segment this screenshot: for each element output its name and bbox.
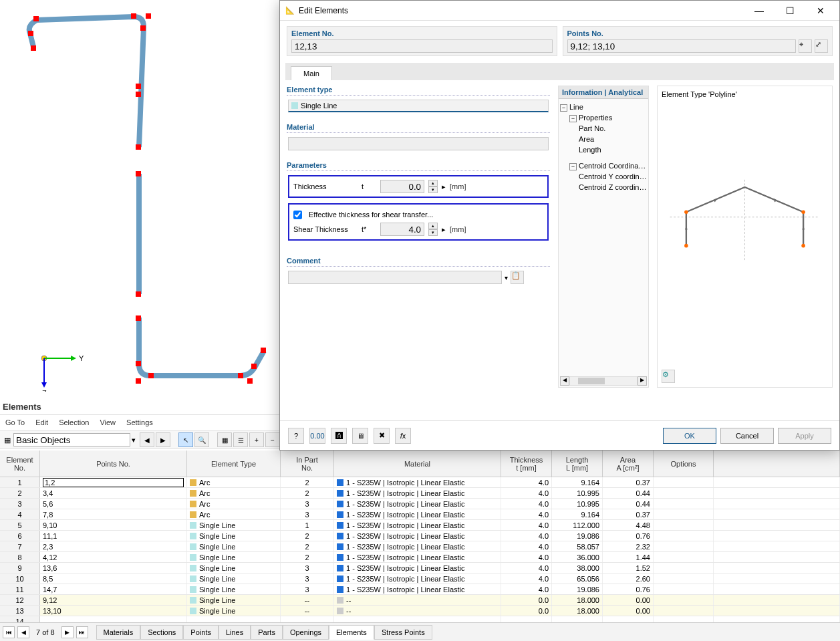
table-row[interactable]: 129,12Single Line----0.018.0000.00 <box>0 595 840 606</box>
table-view-btn[interactable]: ▦ <box>217 432 232 447</box>
ok-button[interactable]: OK <box>663 428 716 444</box>
menu-edit[interactable]: Edit <box>35 418 48 426</box>
svg-rect-9 <box>136 171 141 176</box>
units-icon[interactable]: 0.00 <box>309 428 325 444</box>
function-icon[interactable]: fx <box>395 428 411 444</box>
element-no-input[interactable] <box>291 39 553 53</box>
sheet-tab-stress-points[interactable]: Stress Points <box>374 625 432 640</box>
menu-goto[interactable]: Go To <box>5 418 25 426</box>
apply-button[interactable]: Apply <box>778 428 831 444</box>
svg-rect-6 <box>136 84 141 89</box>
table-row[interactable]: 84,12Single Line21 - S235W | Isotropic |… <box>0 552 840 563</box>
remove-row-btn[interactable]: − <box>265 432 280 447</box>
cancel-button[interactable]: Cancel <box>720 428 774 444</box>
select-mode-btn[interactable]: ↖ <box>178 432 193 447</box>
col-etype[interactable]: Element Type <box>187 451 281 477</box>
table-row[interactable]: 1313,10Single Line----0.018.0000.00 <box>0 606 840 616</box>
effective-thickness-checkbox[interactable] <box>293 211 302 219</box>
comment-input[interactable] <box>288 271 502 284</box>
minimize-button[interactable]: — <box>746 1 773 20</box>
sheet-tab-parts[interactable]: Parts <box>251 625 283 640</box>
thickness-label: Thickness <box>293 182 358 190</box>
material-input[interactable] <box>288 137 549 150</box>
table-row[interactable]: 47,8Arc31 - S235W | Isotropic | Linear E… <box>0 509 840 520</box>
last-sheet-btn[interactable]: ⏭ <box>76 626 88 638</box>
svg-rect-18 <box>261 348 266 353</box>
svg-rect-1 <box>31 45 36 51</box>
expand-points-icon[interactable]: ⤢ <box>815 39 828 53</box>
table-row[interactable]: 14 <box>0 616 840 622</box>
close-button[interactable]: ✕ <box>807 1 834 20</box>
table-row[interactable]: 1Arc21 - S235W | Isotropic | Linear Elas… <box>0 477 840 488</box>
col-options[interactable]: Options <box>654 451 714 477</box>
info-tree[interactable]: Information | Analytical −Line −Properti… <box>558 86 649 388</box>
help-icon[interactable]: ? <box>288 428 304 444</box>
next-sheet-btn[interactable]: ▶ <box>61 626 74 638</box>
table-row[interactable]: 611,1Single Line21 - S235W | Isotropic |… <box>0 531 840 541</box>
add-row-btn[interactable]: + <box>249 432 264 447</box>
col-area[interactable]: Area A [cm²] <box>603 451 654 477</box>
axis-widget: Y Z <box>37 338 84 393</box>
svg-rect-11 <box>136 315 141 321</box>
points-no-label: Points No. <box>567 29 829 37</box>
sheet-tab-elements[interactable]: Elements <box>329 625 374 640</box>
sheet-tab-materials[interactable]: Materials <box>96 625 141 640</box>
sheet-tab-lines[interactable]: Lines <box>219 625 251 640</box>
comment-library-icon[interactable]: 📋 <box>511 271 524 284</box>
thickness-input[interactable] <box>380 180 424 193</box>
menu-view[interactable]: View <box>100 418 116 426</box>
points-no-input[interactable] <box>567 39 797 53</box>
menu-selection[interactable]: Selection <box>59 418 89 426</box>
col-points[interactable]: Points No. <box>40 451 187 477</box>
svg-rect-12 <box>136 361 141 366</box>
thickness-step-btn[interactable]: ▸ <box>442 182 446 191</box>
delete-icon[interactable]: ✖ <box>374 428 390 444</box>
table-row[interactable]: 35,6Arc31 - S235W | Isotropic | Linear E… <box>0 499 840 509</box>
edit-elements-dialog: 📐 Edit Elements — ☐ ✕ Element No. Points… <box>279 0 840 451</box>
comment-label: Comment <box>287 257 550 267</box>
svg-rect-8 <box>136 144 141 150</box>
col-thickness[interactable]: Thickness t [mm] <box>501 451 552 477</box>
nav-next-btn[interactable]: ▶ <box>156 432 170 447</box>
svg-point-29 <box>684 210 688 214</box>
thickness-spinner[interactable]: ▴▾ <box>428 180 438 193</box>
display-icon[interactable]: 🖥 <box>352 428 368 444</box>
pick-points-icon[interactable]: ⌖ <box>799 39 812 53</box>
tab-main[interactable]: Main <box>291 66 332 80</box>
sheet-tab-openings[interactable]: Openings <box>283 625 329 640</box>
svg-rect-15 <box>238 373 243 378</box>
find-btn[interactable]: 🔍 <box>194 432 209 447</box>
maximize-button[interactable]: ☐ <box>777 1 803 20</box>
element-preview <box>658 86 832 348</box>
col-material[interactable]: Material <box>334 451 501 477</box>
col-inpart[interactable]: In Part No. <box>281 451 334 477</box>
object-filter-combo[interactable] <box>13 433 130 446</box>
col-element-no[interactable]: Element No. <box>0 451 40 477</box>
menu-settings[interactable]: Settings <box>126 418 153 426</box>
sheet-tab-points[interactable]: Points <box>183 625 219 640</box>
elements-grid[interactable]: Element No. Points No. Element Type In P… <box>0 451 840 622</box>
sheet-footer: ⏮ ◀ 7 of 8 ▶ ⏭ MaterialsSectionsPointsLi… <box>0 622 840 641</box>
calculator-icon[interactable]: 🅰 <box>331 428 347 444</box>
table-row[interactable]: 1114,7Single Line31 - S235W | Isotropic … <box>0 584 840 595</box>
table-row[interactable]: 108,5Single Line31 - S235W | Isotropic |… <box>0 573 840 584</box>
shear-spinner[interactable]: ▴▾ <box>428 223 438 236</box>
shear-symbol: t* <box>362 225 376 233</box>
first-sheet-btn[interactable]: ⏮ <box>3 626 15 638</box>
sheet-tab-sections[interactable]: Sections <box>140 625 183 640</box>
table-row[interactable]: 913,6Single Line31 - S235W | Isotropic |… <box>0 563 840 573</box>
table-row[interactable]: 72,3Single Line21 - S235W | Isotropic | … <box>0 541 840 552</box>
prev-sheet-btn[interactable]: ◀ <box>17 626 29 638</box>
shear-step-btn[interactable]: ▸ <box>442 225 446 234</box>
shear-thickness-input[interactable] <box>380 223 424 236</box>
svg-marker-21 <box>71 356 76 361</box>
nav-prev-btn[interactable]: ◀ <box>140 432 154 447</box>
sheet-position: 7 of 8 <box>32 628 59 636</box>
tree-hscroll[interactable]: ◀▶ <box>560 376 647 386</box>
col-length[interactable]: Length L [mm] <box>552 451 603 477</box>
row-view-btn[interactable]: ☰ <box>233 432 248 447</box>
element-type-select[interactable]: Single Line <box>288 100 549 112</box>
preview-settings-icon[interactable]: ⚙ <box>662 370 675 383</box>
table-row[interactable]: 23,4Arc21 - S235W | Isotropic | Linear E… <box>0 488 840 499</box>
table-row[interactable]: 59,10Single Line11 - S235W | Isotropic |… <box>0 520 840 531</box>
